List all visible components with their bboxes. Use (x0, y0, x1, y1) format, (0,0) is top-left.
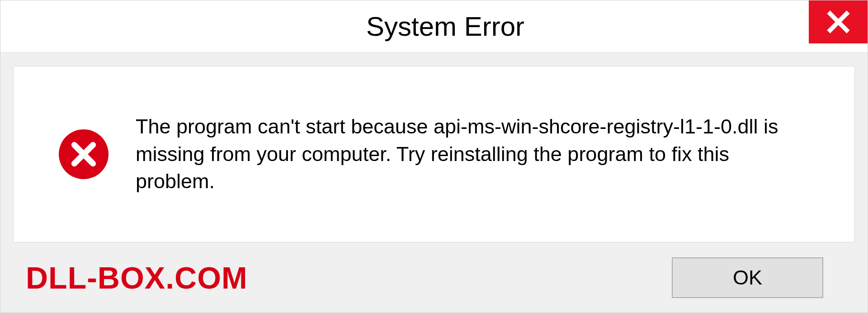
close-button[interactable] (809, 0, 868, 43)
ok-button-label: OK (733, 266, 762, 289)
error-icon (59, 129, 108, 179)
dialog-footer: DLL-BOX.COM OK (13, 242, 855, 313)
error-dialog-window: System Error The program can't start bec… (0, 0, 868, 313)
content-area: The program can't start because api-ms-w… (0, 52, 868, 313)
watermark-text: DLL-BOX.COM (26, 260, 248, 295)
error-icon-wrap (59, 129, 108, 179)
window-title: System Error (366, 11, 524, 42)
close-icon (826, 9, 851, 34)
error-message: The program can't start because api-ms-w… (136, 113, 814, 195)
message-panel: The program can't start because api-ms-w… (13, 66, 855, 242)
titlebar: System Error (0, 0, 868, 52)
ok-button[interactable]: OK (672, 257, 823, 298)
